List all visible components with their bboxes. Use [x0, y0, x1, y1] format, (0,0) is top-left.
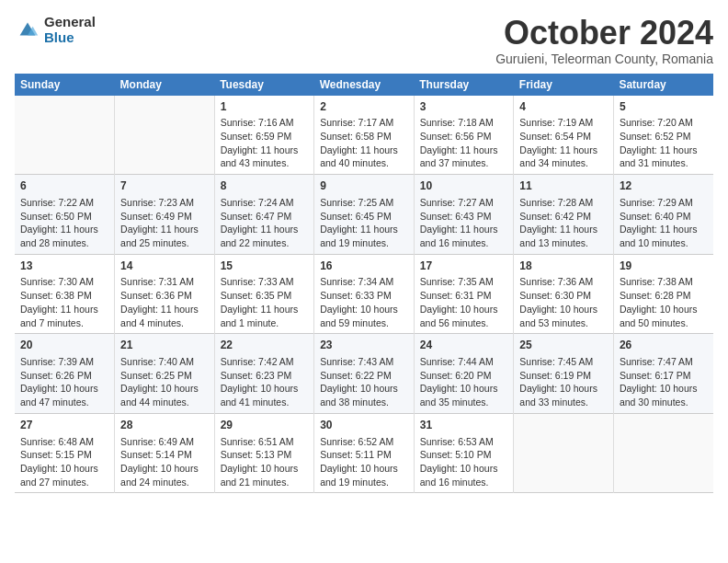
- calendar-cell: 11Sunrise: 7:28 AM Sunset: 6:42 PM Dayli…: [514, 175, 614, 255]
- day-number: 23: [320, 338, 408, 353]
- day-number: 14: [120, 259, 209, 274]
- calendar-cell: 20Sunrise: 7:39 AM Sunset: 6:26 PM Dayli…: [15, 334, 115, 414]
- day-number: 22: [221, 338, 309, 353]
- day-info: Sunrise: 7:19 AM Sunset: 6:54 PM Dayligh…: [519, 116, 608, 170]
- day-info: Sunrise: 7:24 AM Sunset: 6:47 PM Dayligh…: [221, 196, 309, 250]
- day-info: Sunrise: 7:39 AM Sunset: 6:26 PM Dayligh…: [20, 355, 108, 409]
- calendar-cell: 6Sunrise: 7:22 AM Sunset: 6:50 PM Daylig…: [15, 175, 115, 255]
- calendar-cell: 27Sunrise: 6:48 AM Sunset: 5:15 PM Dayli…: [15, 413, 115, 493]
- calendar-cell: [514, 413, 614, 493]
- weekday-header-sunday: Sunday: [15, 74, 115, 96]
- calendar-body: 1Sunrise: 7:16 AM Sunset: 6:59 PM Daylig…: [15, 96, 713, 493]
- day-number: 19: [620, 259, 708, 274]
- day-info: Sunrise: 7:36 AM Sunset: 6:30 PM Dayligh…: [519, 275, 608, 329]
- calendar-cell: 10Sunrise: 7:27 AM Sunset: 6:43 PM Dayli…: [414, 175, 514, 255]
- day-info: Sunrise: 7:22 AM Sunset: 6:50 PM Dayligh…: [20, 196, 108, 250]
- day-info: Sunrise: 7:35 AM Sunset: 6:31 PM Dayligh…: [420, 275, 508, 329]
- weekday-header-monday: Monday: [115, 74, 215, 96]
- calendar-cell: 21Sunrise: 7:40 AM Sunset: 6:25 PM Dayli…: [115, 334, 215, 414]
- day-number: 5: [620, 99, 708, 115]
- day-info: Sunrise: 7:38 AM Sunset: 6:28 PM Dayligh…: [620, 275, 708, 329]
- calendar-cell: [613, 413, 713, 493]
- day-number: 7: [120, 178, 209, 194]
- calendar-week-row: 13Sunrise: 7:30 AM Sunset: 6:38 PM Dayli…: [15, 254, 713, 334]
- day-info: Sunrise: 7:20 AM Sunset: 6:52 PM Dayligh…: [620, 116, 708, 170]
- calendar-cell: 29Sunrise: 6:51 AM Sunset: 5:13 PM Dayli…: [214, 413, 314, 493]
- calendar-cell: [15, 96, 115, 175]
- day-number: 25: [519, 338, 608, 353]
- weekday-header-wednesday: Wednesday: [314, 74, 415, 96]
- day-info: Sunrise: 6:48 AM Sunset: 5:15 PM Dayligh…: [20, 435, 108, 489]
- day-info: Sunrise: 7:18 AM Sunset: 6:56 PM Dayligh…: [420, 116, 508, 170]
- day-info: Sunrise: 7:31 AM Sunset: 6:36 PM Dayligh…: [120, 275, 209, 329]
- calendar-cell: 5Sunrise: 7:20 AM Sunset: 6:52 PM Daylig…: [613, 96, 713, 175]
- calendar-cell: 7Sunrise: 7:23 AM Sunset: 6:49 PM Daylig…: [115, 175, 215, 255]
- calendar-cell: 17Sunrise: 7:35 AM Sunset: 6:31 PM Dayli…: [414, 254, 514, 334]
- day-number: 28: [120, 418, 209, 433]
- logo-icon: [15, 17, 40, 43]
- calendar-cell: 18Sunrise: 7:36 AM Sunset: 6:30 PM Dayli…: [514, 254, 614, 334]
- calendar-cell: 23Sunrise: 7:43 AM Sunset: 6:22 PM Dayli…: [314, 334, 415, 414]
- day-info: Sunrise: 7:47 AM Sunset: 6:17 PM Dayligh…: [620, 355, 708, 409]
- weekday-header-tuesday: Tuesday: [214, 74, 314, 96]
- weekday-header-thursday: Thursday: [414, 74, 514, 96]
- calendar-cell: 14Sunrise: 7:31 AM Sunset: 6:36 PM Dayli…: [115, 254, 215, 334]
- calendar-cell: 4Sunrise: 7:19 AM Sunset: 6:54 PM Daylig…: [514, 96, 614, 175]
- day-number: 26: [620, 338, 708, 353]
- day-number: 29: [221, 418, 309, 433]
- day-info: Sunrise: 7:42 AM Sunset: 6:23 PM Dayligh…: [221, 355, 309, 409]
- day-number: 9: [320, 178, 408, 194]
- calendar-week-row: 20Sunrise: 7:39 AM Sunset: 6:26 PM Dayli…: [15, 334, 713, 414]
- logo-blue: Blue: [44, 30, 96, 46]
- calendar-week-row: 6Sunrise: 7:22 AM Sunset: 6:50 PM Daylig…: [15, 175, 713, 255]
- calendar-cell: 30Sunrise: 6:52 AM Sunset: 5:11 PM Dayli…: [314, 413, 415, 493]
- day-number: 30: [320, 418, 408, 433]
- day-info: Sunrise: 6:52 AM Sunset: 5:11 PM Dayligh…: [320, 435, 408, 489]
- calendar-table: SundayMondayTuesdayWednesdayThursdayFrid…: [15, 74, 713, 494]
- title-block: October 2024 Guruieni, Teleorman County,…: [495, 15, 713, 66]
- day-info: Sunrise: 7:29 AM Sunset: 6:40 PM Dayligh…: [620, 196, 708, 250]
- day-info: Sunrise: 7:23 AM Sunset: 6:49 PM Dayligh…: [120, 196, 209, 250]
- day-number: 6: [20, 178, 108, 194]
- day-number: 21: [120, 338, 209, 353]
- day-info: Sunrise: 6:53 AM Sunset: 5:10 PM Dayligh…: [420, 435, 508, 489]
- day-number: 27: [20, 418, 108, 433]
- day-info: Sunrise: 7:30 AM Sunset: 6:38 PM Dayligh…: [20, 275, 108, 329]
- calendar-header: SundayMondayTuesdayWednesdayThursdayFrid…: [15, 74, 713, 96]
- day-number: 4: [519, 99, 608, 115]
- day-info: Sunrise: 7:33 AM Sunset: 6:35 PM Dayligh…: [221, 275, 309, 329]
- day-number: 24: [420, 338, 508, 353]
- day-info: Sunrise: 7:44 AM Sunset: 6:20 PM Dayligh…: [420, 355, 508, 409]
- calendar-cell: 16Sunrise: 7:34 AM Sunset: 6:33 PM Dayli…: [314, 254, 415, 334]
- calendar-cell: 9Sunrise: 7:25 AM Sunset: 6:45 PM Daylig…: [314, 175, 415, 255]
- day-info: Sunrise: 7:17 AM Sunset: 6:58 PM Dayligh…: [320, 116, 408, 170]
- day-info: Sunrise: 7:28 AM Sunset: 6:42 PM Dayligh…: [519, 196, 608, 250]
- day-info: Sunrise: 6:51 AM Sunset: 5:13 PM Dayligh…: [221, 435, 309, 489]
- weekday-header-friday: Friday: [514, 74, 614, 96]
- logo-text: General Blue: [44, 15, 96, 45]
- calendar-cell: 8Sunrise: 7:24 AM Sunset: 6:47 PM Daylig…: [214, 175, 314, 255]
- calendar-cell: 2Sunrise: 7:17 AM Sunset: 6:58 PM Daylig…: [314, 96, 415, 175]
- day-number: 13: [20, 259, 108, 274]
- day-number: 12: [620, 178, 708, 194]
- day-info: Sunrise: 7:16 AM Sunset: 6:59 PM Dayligh…: [221, 116, 309, 170]
- calendar-cell: 13Sunrise: 7:30 AM Sunset: 6:38 PM Dayli…: [15, 254, 115, 334]
- calendar-cell: [115, 96, 215, 175]
- calendar-cell: 26Sunrise: 7:47 AM Sunset: 6:17 PM Dayli…: [613, 334, 713, 414]
- page-header: General Blue October 2024 Guruieni, Tele…: [15, 15, 713, 66]
- calendar-cell: 15Sunrise: 7:33 AM Sunset: 6:35 PM Dayli…: [214, 254, 314, 334]
- calendar-cell: 19Sunrise: 7:38 AM Sunset: 6:28 PM Dayli…: [613, 254, 713, 334]
- month-title: October 2024: [495, 15, 713, 52]
- day-number: 15: [221, 259, 309, 274]
- day-number: 31: [420, 418, 508, 433]
- day-number: 18: [519, 259, 608, 274]
- calendar-cell: 31Sunrise: 6:53 AM Sunset: 5:10 PM Dayli…: [414, 413, 514, 493]
- day-info: Sunrise: 7:25 AM Sunset: 6:45 PM Dayligh…: [320, 196, 408, 250]
- logo: General Blue: [15, 15, 96, 45]
- day-number: 17: [420, 259, 508, 274]
- day-info: Sunrise: 7:27 AM Sunset: 6:43 PM Dayligh…: [420, 196, 508, 250]
- calendar-cell: 3Sunrise: 7:18 AM Sunset: 6:56 PM Daylig…: [414, 96, 514, 175]
- weekday-header-saturday: Saturday: [613, 74, 713, 96]
- day-number: 11: [519, 178, 608, 194]
- calendar-cell: 25Sunrise: 7:45 AM Sunset: 6:19 PM Dayli…: [514, 334, 614, 414]
